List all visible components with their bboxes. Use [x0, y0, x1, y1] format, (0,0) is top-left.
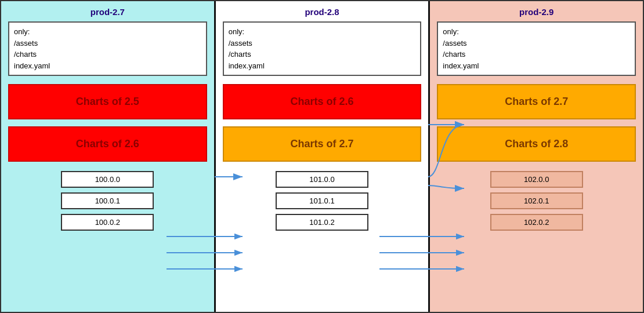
files-box-29: only:/assets/chartsindex.yaml: [437, 21, 636, 76]
version-101-0-2: 101.0.2: [276, 214, 368, 231]
chart-25: Charts of 2.5: [8, 84, 207, 119]
column-prod-28: prod-2.8 only:/assets/chartsindex.yaml C…: [214, 1, 430, 312]
version-102-0-0: 102.0.0: [490, 171, 583, 188]
main-container: prod-2.7 only:/assets/chartsindex.yaml C…: [0, 0, 644, 313]
chart-27-right: Charts of 2.7: [437, 84, 636, 119]
chart-28-right: Charts of 2.8: [437, 126, 636, 162]
version-102-0-1: 102.0.1: [490, 192, 583, 209]
chart-26-mid: Charts of 2.6: [223, 84, 422, 119]
version-100-0-1: 100.0.1: [61, 192, 154, 209]
chart-27-mid: Charts of 2.7: [223, 126, 422, 162]
files-box-27: only:/assets/chartsindex.yaml: [8, 21, 207, 76]
version-100-0-2: 100.0.2: [61, 214, 154, 231]
column-prod-27: prod-2.7 only:/assets/chartsindex.yaml C…: [1, 1, 214, 312]
versions-right: 102.0.0 102.0.1 102.0.2: [437, 171, 636, 235]
version-100-0-0: 100.0.0: [61, 171, 154, 188]
files-box-28: only:/assets/chartsindex.yaml: [223, 21, 422, 76]
versions-left: 100.0.0 100.0.1 100.0.2: [8, 171, 207, 235]
col-title-28: prod-2.8: [305, 7, 339, 17]
version-102-0-2: 102.0.2: [490, 214, 583, 231]
chart-26-left: Charts of 2.6: [8, 126, 207, 162]
versions-mid: 101.0.0 101.0.1 101.0.2: [223, 171, 422, 235]
col-title-29: prod-2.9: [519, 7, 553, 17]
col-title-27: prod-2.7: [91, 7, 125, 17]
version-101-0-0: 101.0.0: [276, 171, 368, 188]
version-101-0-1: 101.0.1: [276, 192, 368, 209]
column-prod-29: prod-2.9 only:/assets/chartsindex.yaml C…: [430, 1, 643, 312]
